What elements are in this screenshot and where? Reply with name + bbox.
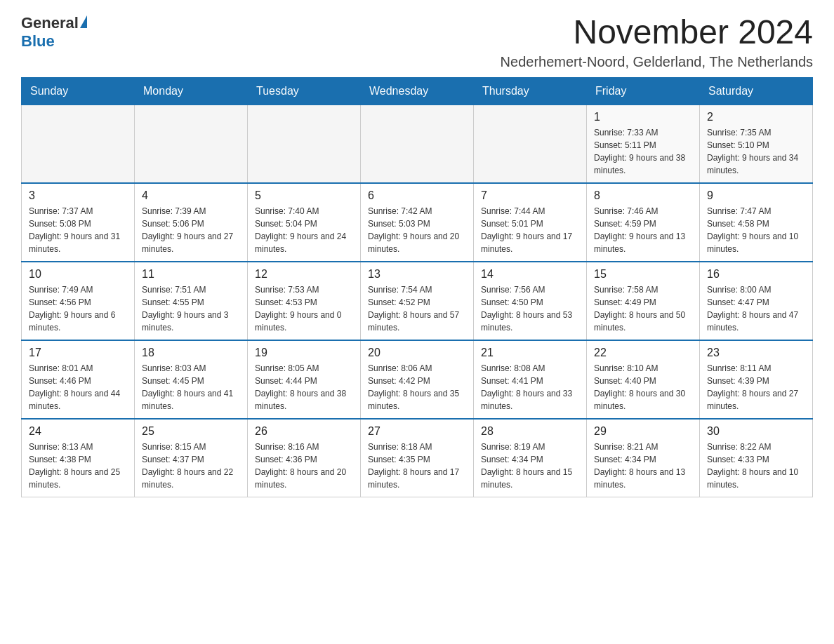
day-number: 11	[142, 268, 240, 281]
calendar-cell: 27Sunrise: 8:18 AMSunset: 4:35 PMDayligh…	[361, 419, 474, 497]
day-info: Sunrise: 8:15 AMSunset: 4:37 PMDaylight:…	[142, 441, 240, 491]
calendar-cell: 29Sunrise: 8:21 AMSunset: 4:34 PMDayligh…	[587, 419, 700, 497]
day-info: Sunrise: 7:44 AMSunset: 5:01 PMDaylight:…	[481, 205, 579, 255]
calendar-cell: 23Sunrise: 8:11 AMSunset: 4:39 PMDayligh…	[700, 340, 813, 419]
day-info: Sunrise: 7:40 AMSunset: 5:04 PMDaylight:…	[255, 205, 353, 255]
calendar-cell: 24Sunrise: 8:13 AMSunset: 4:38 PMDayligh…	[22, 419, 135, 497]
day-number: 30	[707, 425, 805, 438]
day-info: Sunrise: 8:16 AMSunset: 4:36 PMDaylight:…	[255, 441, 353, 491]
calendar-cell: 10Sunrise: 7:49 AMSunset: 4:56 PMDayligh…	[22, 262, 135, 340]
calendar-cell: 28Sunrise: 8:19 AMSunset: 4:34 PMDayligh…	[474, 419, 587, 497]
day-number: 16	[707, 268, 805, 281]
logo-triangle-icon	[80, 15, 87, 28]
day-info: Sunrise: 7:51 AMSunset: 4:55 PMDaylight:…	[142, 283, 240, 334]
day-info: Sunrise: 7:35 AMSunset: 5:10 PMDaylight:…	[707, 126, 805, 177]
day-number: 24	[29, 425, 127, 438]
day-info: Sunrise: 7:46 AMSunset: 4:59 PMDaylight:…	[594, 205, 692, 255]
calendar-cell: 19Sunrise: 8:05 AMSunset: 4:44 PMDayligh…	[248, 340, 361, 419]
weekday-header-wednesday: Wednesday	[361, 77, 474, 105]
calendar-cell: 25Sunrise: 8:15 AMSunset: 4:37 PMDayligh…	[135, 419, 248, 497]
calendar-cell	[135, 105, 248, 183]
day-number: 21	[481, 347, 579, 359]
calendar-cell: 13Sunrise: 7:54 AMSunset: 4:52 PMDayligh…	[361, 262, 474, 340]
weekday-header-friday: Friday	[587, 77, 700, 105]
calendar-cell: 16Sunrise: 8:00 AMSunset: 4:47 PMDayligh…	[700, 262, 813, 340]
calendar-cell: 4Sunrise: 7:39 AMSunset: 5:06 PMDaylight…	[135, 183, 248, 262]
day-number: 2	[707, 111, 805, 123]
day-info: Sunrise: 8:00 AMSunset: 4:47 PMDaylight:…	[707, 283, 805, 334]
day-number: 26	[255, 425, 353, 438]
weekday-header-saturday: Saturday	[700, 77, 813, 105]
day-info: Sunrise: 7:56 AMSunset: 4:50 PMDaylight:…	[481, 283, 579, 334]
calendar-cell: 14Sunrise: 7:56 AMSunset: 4:50 PMDayligh…	[474, 262, 587, 340]
calendar-cell: 7Sunrise: 7:44 AMSunset: 5:01 PMDaylight…	[474, 183, 587, 262]
day-number: 13	[368, 268, 466, 281]
week-row-3: 10Sunrise: 7:49 AMSunset: 4:56 PMDayligh…	[22, 262, 813, 340]
day-info: Sunrise: 8:22 AMSunset: 4:33 PMDaylight:…	[707, 441, 805, 491]
logo: General Blue	[21, 14, 87, 51]
calendar-cell: 12Sunrise: 7:53 AMSunset: 4:53 PMDayligh…	[248, 262, 361, 340]
day-info: Sunrise: 8:01 AMSunset: 4:46 PMDaylight:…	[29, 362, 127, 412]
day-info: Sunrise: 8:03 AMSunset: 4:45 PMDaylight:…	[142, 362, 240, 412]
day-number: 25	[142, 425, 240, 438]
month-title: November 2024	[501, 14, 813, 51]
day-number: 27	[368, 425, 466, 438]
calendar-cell: 8Sunrise: 7:46 AMSunset: 4:59 PMDaylight…	[587, 183, 700, 262]
day-number: 20	[368, 347, 466, 359]
day-info: Sunrise: 7:39 AMSunset: 5:06 PMDaylight:…	[142, 205, 240, 255]
day-number: 19	[255, 347, 353, 359]
week-row-4: 17Sunrise: 8:01 AMSunset: 4:46 PMDayligh…	[22, 340, 813, 419]
day-info: Sunrise: 7:33 AMSunset: 5:11 PMDaylight:…	[594, 126, 692, 177]
day-number: 7	[481, 189, 579, 202]
day-number: 18	[142, 347, 240, 359]
day-info: Sunrise: 8:13 AMSunset: 4:38 PMDaylight:…	[29, 441, 127, 491]
calendar-cell: 9Sunrise: 7:47 AMSunset: 4:58 PMDaylight…	[700, 183, 813, 262]
calendar-cell: 3Sunrise: 7:37 AMSunset: 5:08 PMDaylight…	[22, 183, 135, 262]
day-number: 23	[707, 347, 805, 359]
calendar-cell: 22Sunrise: 8:10 AMSunset: 4:40 PMDayligh…	[587, 340, 700, 419]
logo-blue: Blue	[21, 32, 55, 51]
day-number: 22	[594, 347, 692, 359]
calendar-cell: 11Sunrise: 7:51 AMSunset: 4:55 PMDayligh…	[135, 262, 248, 340]
week-row-2: 3Sunrise: 7:37 AMSunset: 5:08 PMDaylight…	[22, 183, 813, 262]
weekday-header-tuesday: Tuesday	[248, 77, 361, 105]
page-header: General Blue November 2024 Nederhemert-N…	[21, 14, 813, 70]
day-number: 9	[707, 189, 805, 202]
day-number: 1	[594, 111, 692, 123]
day-info: Sunrise: 8:06 AMSunset: 4:42 PMDaylight:…	[368, 362, 466, 412]
calendar-cell: 5Sunrise: 7:40 AMSunset: 5:04 PMDaylight…	[248, 183, 361, 262]
week-row-5: 24Sunrise: 8:13 AMSunset: 4:38 PMDayligh…	[22, 419, 813, 497]
day-info: Sunrise: 7:42 AMSunset: 5:03 PMDaylight:…	[368, 205, 466, 255]
calendar-cell: 20Sunrise: 8:06 AMSunset: 4:42 PMDayligh…	[361, 340, 474, 419]
calendar-cell: 15Sunrise: 7:58 AMSunset: 4:49 PMDayligh…	[587, 262, 700, 340]
day-number: 14	[481, 268, 579, 281]
week-row-1: 1Sunrise: 7:33 AMSunset: 5:11 PMDaylight…	[22, 105, 813, 183]
calendar-cell: 30Sunrise: 8:22 AMSunset: 4:33 PMDayligh…	[700, 419, 813, 497]
day-info: Sunrise: 7:58 AMSunset: 4:49 PMDaylight:…	[594, 283, 692, 334]
day-number: 10	[29, 268, 127, 281]
day-number: 15	[594, 268, 692, 281]
calendar-cell: 18Sunrise: 8:03 AMSunset: 4:45 PMDayligh…	[135, 340, 248, 419]
day-info: Sunrise: 7:47 AMSunset: 4:58 PMDaylight:…	[707, 205, 805, 255]
day-info: Sunrise: 8:05 AMSunset: 4:44 PMDaylight:…	[255, 362, 353, 412]
day-info: Sunrise: 8:08 AMSunset: 4:41 PMDaylight:…	[481, 362, 579, 412]
weekday-header-monday: Monday	[135, 77, 248, 105]
day-number: 4	[142, 189, 240, 202]
title-area: November 2024 Nederhemert-Noord, Gelderl…	[501, 14, 813, 70]
day-info: Sunrise: 8:11 AMSunset: 4:39 PMDaylight:…	[707, 362, 805, 412]
day-number: 29	[594, 425, 692, 438]
calendar-table: SundayMondayTuesdayWednesdayThursdayFrid…	[21, 77, 813, 497]
day-info: Sunrise: 7:37 AMSunset: 5:08 PMDaylight:…	[29, 205, 127, 255]
day-number: 28	[481, 425, 579, 438]
day-number: 6	[368, 189, 466, 202]
day-number: 3	[29, 189, 127, 202]
day-info: Sunrise: 7:53 AMSunset: 4:53 PMDaylight:…	[255, 283, 353, 334]
calendar-cell	[248, 105, 361, 183]
logo-general: General	[21, 14, 79, 32]
day-number: 17	[29, 347, 127, 359]
calendar-cell: 26Sunrise: 8:16 AMSunset: 4:36 PMDayligh…	[248, 419, 361, 497]
day-number: 5	[255, 189, 353, 202]
weekday-header-row: SundayMondayTuesdayWednesdayThursdayFrid…	[22, 77, 813, 105]
calendar-cell	[22, 105, 135, 183]
day-info: Sunrise: 8:21 AMSunset: 4:34 PMDaylight:…	[594, 441, 692, 491]
